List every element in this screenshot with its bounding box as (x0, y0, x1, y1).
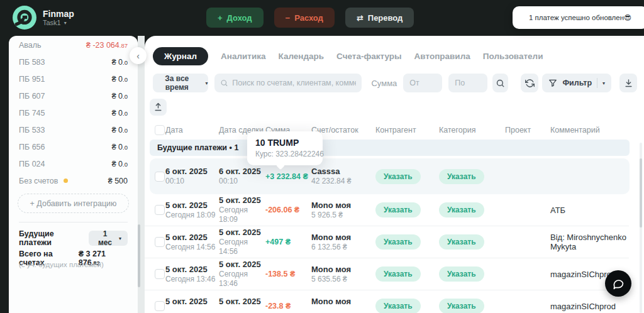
refresh-button[interactable] (521, 74, 538, 92)
support-chat-button[interactable] (605, 270, 631, 297)
table-row[interactable]: 5 окт. 2025Сегодня 14:56 5 окт. 2025Сего… (145, 226, 629, 258)
account-balance: ₴ 0.0 (112, 109, 128, 118)
future-period-select[interactable]: 1 мес▾ (89, 231, 128, 246)
row-amount: +3 232.84 ₴ (265, 172, 311, 181)
row-date: 5 окт. 2025 (165, 200, 219, 211)
account-name: Аваль (19, 41, 42, 50)
sidebar-account-item[interactable]: ПБ 745 ₴ 0.0 (9, 104, 138, 121)
future-payments-group-row[interactable]: Будущие платежи • 1 ▼ (150, 140, 630, 156)
account-name: ПБ 024 (19, 160, 45, 168)
transactions-list: 6 окт. 202500:10 6 окт. 202500:10 +3 232… (145, 158, 634, 313)
assign-category-button[interactable]: Указать (439, 169, 484, 184)
transfer-button[interactable]: ⇄Перевод (345, 8, 414, 28)
row-time (165, 307, 219, 313)
row-time: Сегодня 13:46 (165, 275, 219, 284)
funnel-icon (548, 79, 557, 87)
assign-category-button[interactable]: Указать (439, 202, 484, 217)
add-expense-button[interactable]: −Расход (274, 8, 335, 28)
sidebar-account-item[interactable]: ПБ 583 ₴ 0.0 (9, 53, 138, 70)
table-row[interactable]: 6 окт. 202500:10 6 окт. 202500:10 +3 232… (150, 158, 630, 194)
apply-search-button[interactable] (492, 74, 508, 92)
row-deal-time (219, 307, 265, 313)
add-income-button[interactable]: +Доход (206, 8, 264, 28)
table-row[interactable]: 5 окт. 2025Сегодня 18:09 5 окт. 2025Сего… (145, 194, 629, 226)
sidebar-account-item[interactable]: ПБ 656 ₴ 0.0 (9, 138, 138, 155)
row-checkbox[interactable] (155, 237, 165, 247)
status-dot-icon (64, 178, 68, 183)
assign-category-button[interactable]: Указать (439, 266, 484, 282)
sidebar-account-item[interactable]: ПБ 951 ₴ 0.0 (9, 70, 138, 87)
sidebar-account-item[interactable]: ПБ 533 ₴ 0.0 (9, 121, 138, 138)
main-scrollbar[interactable] (640, 143, 642, 313)
assign-counterparty-button[interactable]: Указать (375, 266, 421, 282)
sidebar-account-item[interactable]: ПБ 024 ₴ 0.0 (9, 155, 138, 172)
tab-journal[interactable]: Журнал (153, 47, 208, 65)
col-counterparty: Контрагент (375, 126, 439, 135)
assign-counterparty-button[interactable]: Указать (375, 299, 421, 313)
plus-icon: + (218, 13, 223, 23)
filter-button[interactable]: Фильтр ▾ (542, 74, 611, 92)
amount-from-input[interactable] (403, 74, 442, 92)
select-all-checkbox[interactable] (155, 125, 165, 135)
table-row[interactable]: 5 окт. 2025Сегодня 13:46 5 окт. 2025Сего… (145, 258, 629, 290)
topbar: Finmap Task1▾ +Доход −Расход ⇄Перевод 1 … (0, 0, 644, 36)
tab-users[interactable]: Пользователи (483, 52, 543, 61)
amount-to-input[interactable] (448, 74, 487, 92)
download-button[interactable] (619, 74, 637, 92)
search-input[interactable] (232, 79, 356, 87)
row-comment: АТБ (550, 206, 629, 215)
tab-autorules[interactable]: Автоправила (414, 52, 470, 61)
finmap-logo-icon (13, 6, 36, 30)
account-balance: ₴ 0.0 (112, 58, 128, 67)
brand-block[interactable]: Finmap Task1▾ (13, 6, 74, 30)
row-account: Mono моя (311, 200, 375, 211)
main-tabs: Журнал Аналитика Календарь Счета-фактуры… (153, 47, 543, 65)
period-select[interactable]: За все время▾ (153, 74, 208, 92)
sidebar-scrollbar[interactable] (138, 224, 140, 287)
row-checkbox[interactable] (155, 269, 165, 279)
sidebar-account-item[interactable]: ПБ 607 ₴ 0.0 (9, 87, 138, 104)
row-checkbox[interactable] (155, 172, 165, 182)
assign-category-button[interactable]: Указать (439, 299, 484, 313)
download-icon (624, 79, 633, 88)
future-payments-label: Будущие платежи (19, 229, 89, 247)
row-deal-time: Сегодня 14:56 (219, 238, 265, 256)
assign-counterparty-button[interactable]: Указать (375, 234, 421, 250)
row-time: 00:10 (165, 177, 219, 186)
row-time: Сегодня 18:09 (165, 211, 219, 220)
tab-calendar[interactable]: Календарь (279, 52, 325, 61)
account-name: ПБ 656 (19, 143, 45, 151)
transfer-arrows-icon: ⇄ (357, 13, 364, 23)
row-deal-time: 00:10 (219, 177, 265, 186)
tooltip-rate: Курс: 323.28422246 (255, 150, 314, 158)
table-row[interactable]: 5 окт. 2025 5 окт. 2025 -23.8 ₴ Mono моя… (145, 290, 629, 313)
row-deal-time: Сегодня 13:46 (219, 270, 265, 288)
row-deal-date: 5 окт. 2025 (219, 195, 265, 206)
assign-counterparty-button[interactable]: Указать (375, 169, 421, 184)
search-box[interactable] (214, 74, 362, 92)
tab-analytics[interactable]: Аналитика (221, 52, 265, 61)
row-date: 5 окт. 2025 (165, 265, 219, 275)
divider (597, 78, 597, 88)
account-balance: ₴ 0.0 (112, 126, 128, 135)
chevron-down-icon: ▾ (64, 20, 67, 26)
row-amount: -138.5 ₴ (265, 270, 311, 278)
refresh-icon (525, 79, 535, 88)
row-deal-date: 5 окт. 2025 (219, 297, 265, 307)
collapse-sidebar-button[interactable]: ‹ (130, 47, 147, 64)
sidebar-account-item[interactable]: Без счетов ₴ 500 (9, 172, 138, 189)
chevron-down-icon[interactable]: ▾ (602, 80, 605, 86)
account-balance: ₴ 0.0 (112, 92, 128, 101)
account-name: ПБ 583 (19, 58, 45, 67)
import-button[interactable] (150, 99, 167, 116)
sidebar-account-item[interactable]: Аваль ₴ -23 064.87 (9, 36, 138, 53)
row-checkbox[interactable] (155, 205, 165, 215)
assign-category-button[interactable]: Указать (439, 234, 484, 250)
chat-bubble-icon (612, 277, 625, 290)
assign-counterparty-button[interactable]: Указать (375, 202, 421, 217)
tab-invoices[interactable]: Счета-фактуры (336, 52, 402, 61)
row-checkbox[interactable] (155, 301, 165, 311)
row-date: 5 окт. 2025 (165, 233, 219, 243)
add-integration-button[interactable]: + Добавить интеграцию (18, 194, 129, 213)
workspace-switcher[interactable]: Task1▾ (43, 19, 74, 26)
